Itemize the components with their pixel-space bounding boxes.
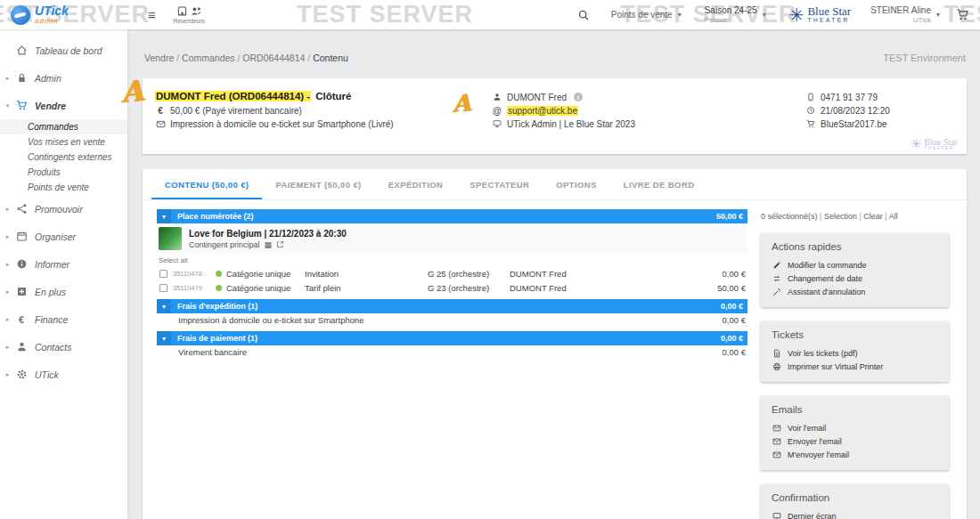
action-changement-de-date[interactable]: Changement de date — [772, 272, 938, 285]
chevron-down-icon[interactable]: ▾ — [157, 331, 171, 345]
order-detail-card: CONTENU (50,00 €) PAIEMENT (50,00 €) EXP… — [143, 169, 967, 519]
fee-row: Virement bancaire 0,00 € — [157, 345, 747, 359]
tickets-imprimer-virtual-printer[interactable]: Imprimer sur Virtual Printer — [772, 360, 938, 373]
breadcrumb-vendre[interactable]: Vendre — [144, 53, 174, 63]
sidebar-subitem-points-de-vente[interactable]: Points de vente — [0, 180, 127, 195]
ticket-id: 35110478 — [173, 270, 212, 278]
sidebar-subitem-contingents-externes[interactable]: Contingents externes — [0, 150, 127, 165]
smartphone-icon — [805, 93, 816, 101]
sidebar-item-tableau-de-bord[interactable]: Tableau de bord — [0, 36, 127, 64]
row-checkbox[interactable] — [159, 270, 167, 278]
external-link-icon[interactable] — [276, 240, 284, 248]
section-header-shipping[interactable]: ▾ Frais d'expédition (1) 0,00 € — [157, 299, 747, 313]
sidebar-item-contacts[interactable]: Contacts — [0, 333, 127, 361]
euro-icon: € — [12, 314, 31, 325]
euro-icon: € — [155, 106, 166, 116]
section-header-payment[interactable]: ▾ Frais de paiement (1) 0,00 € — [157, 331, 747, 345]
season-dropdown[interactable]: Saison 24-25 Période ▾ — [705, 5, 766, 25]
hamburger-menu-icon[interactable]: ≡ — [148, 7, 156, 22]
event-thumbnail — [159, 227, 182, 250]
user-sub: UTick — [913, 15, 931, 25]
selection-link[interactable]: Selection — [818, 212, 857, 221]
action-modifier-la-commande[interactable]: Modifier la commande — [772, 258, 938, 272]
info-icon[interactable]: i — [574, 93, 583, 101]
search-icon[interactable] — [577, 9, 590, 21]
sidebar-subitem-produits[interactable]: Produits — [0, 165, 127, 180]
chevron-down-icon: ▾ — [763, 11, 766, 19]
tickets-voir-pdf[interactable]: Voir les tickets (pdf) — [772, 346, 938, 360]
utick-logo[interactable]: UTick admin — [11, 5, 125, 25]
section-header-places[interactable]: ▾ Place numérotée (2) 50,00 € — [157, 209, 747, 223]
sidebar-item-organiser[interactable]: Organiser — [0, 223, 127, 250]
event-title: Love for Belgium | 21/12/2023 à 20:30 — [189, 229, 347, 239]
expand-caret-icon — [4, 288, 12, 296]
fee-row: Impression à domicile ou e-ticket sur Sm… — [157, 313, 747, 327]
monitor-icon — [772, 512, 782, 519]
tab-paiement[interactable]: PAIEMENT (50,00 €) — [262, 169, 374, 199]
tab-contenu[interactable]: CONTENU (50,00 €) — [151, 169, 262, 199]
ticket-row: 35110479 Catégorie unique Tarif plein G … — [157, 280, 747, 295]
webshop-name: BlueStar2017.be — [821, 119, 887, 129]
sidebar-item-utick[interactable]: UTick — [0, 361, 127, 388]
sidebar-item-informer[interactable]: Informer — [0, 250, 127, 278]
info-icon — [12, 258, 31, 270]
email-m-envoyer[interactable]: M'envoyer l'email — [772, 448, 938, 461]
people-icon — [191, 5, 202, 17]
seatmap-grid-icon[interactable]: ▦ — [265, 240, 273, 249]
expand-caret-icon — [4, 206, 12, 213]
user-menu[interactable]: STEINER Aline UTick ▾ — [870, 5, 940, 25]
tab-expedition[interactable]: EXPÉDITION — [375, 169, 457, 199]
sidebar-item-admin[interactable]: Admin — [0, 64, 127, 92]
sidebar: Tableau de bord Admin Vendre Commandes V… — [0, 29, 127, 519]
tab-options[interactable]: OPTIONS — [543, 169, 610, 199]
event-name[interactable]: Love for Belgium — [189, 229, 262, 239]
email-voir[interactable]: Voir l'email — [772, 421, 938, 434]
ticket-holder: DUMONT Fred — [510, 283, 685, 293]
blue-star-watermark: ✳ Blue Star THEATER — [911, 137, 958, 150]
points-of-sale-label: Points de vente — [611, 10, 673, 20]
sidebar-subitem-commandes[interactable]: Commandes — [0, 119, 127, 134]
breadcrumb-commandes[interactable]: Commandes — [174, 53, 234, 63]
ticket-category: Catégorie unique — [225, 283, 305, 293]
theater-name: Blue Star — [807, 6, 851, 17]
topbar: TEST SERVER TEST SERVER TEST SERVER TEST… — [0, 0, 980, 29]
confirmation-dernier-ecran[interactable]: Dernier écran — [772, 509, 938, 519]
clear-link[interactable]: Clear — [857, 212, 883, 221]
tab-spectateur[interactable]: SPECTATEUR — [456, 169, 543, 199]
chevron-down-icon[interactable]: ▾ — [157, 209, 171, 223]
tab-livre-de-bord[interactable]: LIVRE DE BORD — [610, 169, 708, 199]
breadcrumb-order-id[interactable]: ORD06444814 — [235, 53, 306, 63]
chevron-down-icon: ▾ — [936, 11, 940, 19]
select-all-link[interactable]: Select all — [159, 256, 747, 264]
row-checkbox[interactable] — [159, 284, 167, 292]
magic-wand-icon — [772, 288, 782, 296]
ticket-seat: G 23 (orchestre) — [428, 283, 510, 293]
sidebar-item-promouvoir[interactable]: Promouvoir — [0, 195, 127, 223]
order-summary-card: DUMONT Fred (ORD06444814) - Clôturé € 50… — [143, 78, 967, 154]
main-content: VendreCommandesORD06444814Contenu TEST E… — [127, 29, 980, 519]
email-envoyer[interactable]: Envoyer l'email — [772, 434, 938, 448]
category-dot-icon — [216, 285, 222, 291]
all-link[interactable]: All — [883, 212, 898, 221]
section-payment-fees: ▾ Frais de paiement (1) 0,00 € Virement … — [157, 331, 747, 359]
panel-confirmation: Confirmation Dernier écran Emails des pr… — [761, 484, 949, 519]
expand-caret-icon — [4, 233, 12, 240]
person-icon — [492, 93, 502, 101]
resellers-widget[interactable]: Revendeurs — [174, 5, 205, 24]
sidebar-item-vendre[interactable]: Vendre — [0, 92, 127, 119]
section-total: 0,00 € — [721, 334, 747, 343]
swap-arrows-icon — [772, 274, 782, 283]
customer-name[interactable]: DUMONT Fred — [507, 93, 567, 102]
action-assistant-annulation[interactable]: Assistant d'annulation — [772, 285, 938, 298]
chevron-down-icon[interactable]: ▾ — [157, 299, 171, 313]
points-of-sale-dropdown[interactable]: Points de vente ▾ — [611, 10, 682, 20]
customer-email[interactable]: support@utick.be — [507, 106, 578, 116]
sidebar-item-en-plus[interactable]: En plus — [0, 278, 127, 305]
customer-line: DUMONT Fred i — [492, 91, 805, 103]
sidebar-subitem-vos-mises-en-vente[interactable]: Vos mises en vente — [0, 134, 127, 150]
category-dot-icon — [216, 271, 222, 277]
sidebar-item-finance[interactable]: € Finance — [0, 305, 127, 333]
panel-tickets: Tickets Voir les tickets (pdf) Imprimer … — [761, 321, 949, 382]
cart-icon[interactable] — [956, 8, 969, 21]
event-row: Love for Belgium | 21/12/2023 à 20:30 Co… — [157, 223, 747, 254]
